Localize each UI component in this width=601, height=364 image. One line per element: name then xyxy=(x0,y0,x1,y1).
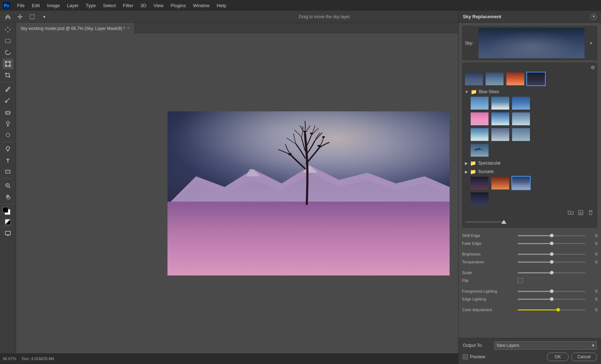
blue-sky-thumb-3[interactable] xyxy=(511,96,531,110)
temperature-handle[interactable] xyxy=(550,260,554,264)
fade-edge-label: Fade Edge xyxy=(462,241,516,246)
position-slider[interactable] xyxy=(465,219,595,224)
sunset-thumb-1[interactable] xyxy=(470,176,489,190)
blue-sky-image-9 xyxy=(512,128,530,141)
recent-sky-2[interactable] xyxy=(485,72,504,86)
menu-filter[interactable]: Filter xyxy=(120,1,136,10)
thumbnail-gear-icon[interactable]: ⚙ xyxy=(591,65,595,70)
document-canvas[interactable] xyxy=(167,111,450,275)
sunset-thumb-2[interactable] xyxy=(491,176,510,190)
ok-button[interactable]: OK xyxy=(547,353,568,361)
move-tool-option[interactable] xyxy=(15,12,25,22)
tool-move[interactable] xyxy=(2,24,13,35)
menu-window[interactable]: Window xyxy=(190,1,212,10)
blue-sky-thumb-9[interactable] xyxy=(511,127,531,142)
tool-stamp[interactable] xyxy=(2,118,13,129)
sunset-thumb-3[interactable] xyxy=(511,176,531,190)
adjustment-sliders: Shift Edge 0 Fade Edge 0 xyxy=(462,232,597,314)
menu-help[interactable]: Help xyxy=(214,1,229,10)
blue-sky-thumb-6[interactable] xyxy=(511,112,531,126)
spectacular-category-header[interactable]: ▶ 📁 Spectacular xyxy=(464,159,595,167)
foreground-lighting-track[interactable] xyxy=(518,291,585,292)
color-adjustment-handle[interactable] xyxy=(556,308,560,312)
brightness-track[interactable] xyxy=(518,254,585,255)
document-tab[interactable]: Sky working model.psd @ 66.7% (Sky, Laye… xyxy=(16,23,134,34)
shift-edge-value: 0 xyxy=(587,233,597,238)
menu-file[interactable]: File xyxy=(14,1,27,10)
tool-crop[interactable] xyxy=(2,70,13,81)
tool-marquee[interactable] xyxy=(2,36,13,46)
edge-lighting-handle[interactable] xyxy=(550,297,554,301)
scale-handle[interactable] xyxy=(550,271,554,274)
shift-edge-track[interactable] xyxy=(518,235,585,236)
tool-eraser[interactable] xyxy=(2,107,13,117)
dialog-close-button[interactable]: ✕ xyxy=(590,14,597,20)
tool-eyedropper[interactable] xyxy=(2,84,13,95)
blue-sky-thumb-8[interactable] xyxy=(491,127,510,142)
menu-type[interactable]: Type xyxy=(83,1,99,10)
foreground-color[interactable] xyxy=(2,207,8,213)
doc-size: Doc: 4.01M/20.8M xyxy=(22,357,54,361)
menu-layer[interactable]: Layer xyxy=(64,1,82,10)
sunset-thumb-4[interactable] xyxy=(470,192,489,206)
recent-sky-3[interactable] xyxy=(506,72,525,86)
position-slider-handle[interactable] xyxy=(501,220,506,224)
preview-checkbox[interactable] xyxy=(463,354,468,359)
temperature-track[interactable] xyxy=(518,262,585,263)
blue-sky-thumb-7[interactable] xyxy=(470,127,489,142)
brightness-handle[interactable] xyxy=(550,252,554,256)
tool-hand[interactable] xyxy=(2,192,13,202)
fade-edge-track[interactable] xyxy=(518,243,585,244)
auto-select-toggle[interactable] xyxy=(27,12,37,22)
menu-select[interactable]: Select xyxy=(100,1,119,10)
color-adjustment-track[interactable] xyxy=(518,309,585,310)
swap-colors[interactable] xyxy=(5,219,11,225)
tab-close-button[interactable]: × xyxy=(127,26,129,30)
sky-dropdown-button[interactable]: ▾ xyxy=(587,40,595,47)
menu-image[interactable]: Image xyxy=(44,1,62,10)
tool-transform[interactable] xyxy=(2,59,13,69)
tool-lasso[interactable] xyxy=(2,47,13,58)
foreground-lighting-label: Foreground Lighting xyxy=(462,289,516,293)
home-button[interactable] xyxy=(3,12,13,22)
blue-sky-thumb-1[interactable] xyxy=(470,96,489,110)
tool-type[interactable]: T xyxy=(2,155,13,166)
add-folder-button[interactable] xyxy=(567,209,575,217)
recent-sky-1[interactable] xyxy=(464,72,484,86)
blue-sky-thumb-5[interactable] xyxy=(491,112,510,126)
tool-blur[interactable] xyxy=(2,130,13,140)
tool-screen-mode[interactable] xyxy=(2,228,13,239)
scale-track[interactable] xyxy=(518,272,585,273)
edge-lighting-track[interactable] xyxy=(518,299,585,300)
import-button[interactable] xyxy=(577,209,585,217)
output-select[interactable]: New Layers ▾ xyxy=(494,341,597,350)
sunset-image-2 xyxy=(491,177,509,189)
tool-brush[interactable] xyxy=(2,95,13,106)
menu-edit[interactable]: Edit xyxy=(29,1,42,10)
blue-skies-category-header[interactable]: ▼ 📁 Blue Skies xyxy=(464,87,595,96)
foreground-lighting-handle[interactable] xyxy=(550,289,554,293)
blue-sky-thumb-4[interactable] xyxy=(470,112,489,126)
toolbar-extra[interactable]: ▾ xyxy=(39,12,49,22)
sunsets-category-header[interactable]: ▶ 📁 Sunsets xyxy=(464,167,595,176)
sky-panel-scroll[interactable]: Sky: ▾ ⚙ xyxy=(459,23,601,338)
tool-pen[interactable] xyxy=(2,143,13,154)
tool-zoom[interactable] xyxy=(2,180,13,191)
foreground-background-colors[interactable] xyxy=(2,207,13,218)
delete-sky-button[interactable] xyxy=(587,209,595,217)
menu-plugins[interactable]: Plugins xyxy=(168,1,189,10)
shift-edge-handle[interactable] xyxy=(550,234,554,237)
sky-preview-thumbnail[interactable] xyxy=(479,28,585,58)
svg-rect-8 xyxy=(9,65,10,66)
blue-sky-image-3 xyxy=(512,97,530,110)
output-row: Output To: New Layers ▾ xyxy=(463,341,597,350)
tool-shape[interactable] xyxy=(2,166,13,177)
blue-sky-thumb-2[interactable] xyxy=(491,96,510,110)
blue-sky-eagle-thumb[interactable] xyxy=(470,143,489,157)
cancel-button[interactable]: Cancel xyxy=(571,353,597,361)
recent-sky-4[interactable] xyxy=(526,72,546,86)
flip-checkbox[interactable] xyxy=(518,278,523,283)
fade-edge-handle[interactable] xyxy=(550,242,554,245)
menu-3d[interactable]: 3D xyxy=(137,1,149,10)
menu-view[interactable]: View xyxy=(151,1,166,10)
